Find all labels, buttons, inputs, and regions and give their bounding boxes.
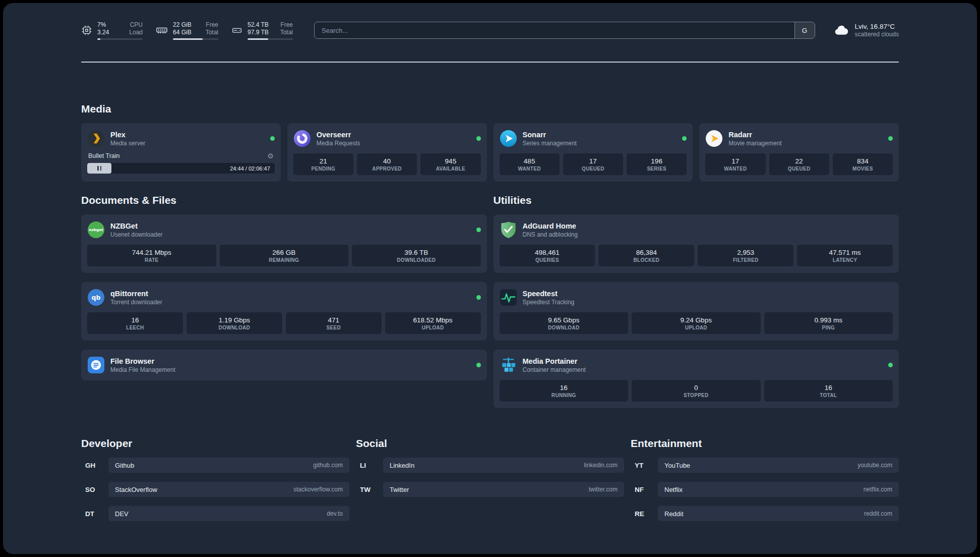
service-desc: Usenet downloader bbox=[110, 231, 162, 238]
svg-text:qb: qb bbox=[91, 294, 100, 301]
weather-widget: Lviv, 16.87°C scattered clouds bbox=[833, 22, 899, 38]
bookmark-abbr: SO bbox=[81, 486, 108, 493]
gear-icon[interactable]: ⚙ bbox=[267, 152, 274, 159]
bookmark-abbr: TW bbox=[356, 486, 383, 493]
cpu-load-label: Load bbox=[129, 29, 143, 36]
bookmark-row: YT YouTube youtube.com bbox=[631, 458, 899, 473]
search-provider-button[interactable]: G bbox=[794, 22, 815, 38]
playback-progress-bar[interactable]: 24:44 / 02:06:47 bbox=[87, 163, 275, 174]
status-dot bbox=[476, 228, 481, 232]
stat-box: 40 APPROVED bbox=[357, 153, 417, 175]
service-name: AdGuard Home bbox=[523, 222, 578, 230]
section-documents: Documents & Files nzbget bbox=[81, 194, 487, 380]
stat-box: 834 MOVIES bbox=[833, 153, 893, 175]
status-dot bbox=[682, 136, 687, 141]
bookmark-link-github[interactable]: Github github.com bbox=[108, 458, 349, 473]
search-bar: G bbox=[314, 22, 815, 39]
bookmark-link-netflix[interactable]: Netflix netflix.com bbox=[658, 482, 899, 497]
weather-condition: scattered clouds bbox=[855, 31, 899, 38]
service-name: Overseerr bbox=[317, 131, 360, 139]
status-dot bbox=[476, 295, 481, 300]
memory-widget: 22 GiB 64 GiB Free Total bbox=[156, 21, 218, 40]
memory-total-label: Total bbox=[206, 29, 218, 36]
stat-box: 17 WANTED bbox=[705, 153, 765, 175]
weather-location: Lviv, 16.87°C bbox=[855, 23, 899, 30]
stat-box: 744.21 Mbps RATE bbox=[87, 245, 216, 266]
service-desc: Media Requests bbox=[317, 140, 360, 147]
bookmark-abbr: YT bbox=[631, 462, 658, 469]
cpu-widget: 7% 3.24 CPU Load bbox=[81, 21, 143, 40]
service-name: Radarr bbox=[728, 131, 781, 139]
bookmark-abbr: NF bbox=[631, 486, 658, 493]
service-card-radarr[interactable]: Radarr Movie management 17 WANTED 22 QUE… bbox=[699, 123, 899, 182]
bookmark-row: NF Netflix netflix.com bbox=[631, 482, 899, 497]
service-card-speedtest[interactable]: Speedtest Speedtest Tracking 9.65 Gbps D… bbox=[494, 282, 899, 341]
status-dot bbox=[888, 136, 893, 141]
stat-box: 21 PENDING bbox=[293, 153, 353, 175]
service-desc: Speedtest Tracking bbox=[523, 299, 575, 306]
plex-icon bbox=[87, 130, 105, 147]
service-card-plex[interactable]: Plex Media server Bullet Train ⚙ 24:44 /… bbox=[81, 123, 281, 182]
memory-free-value: 22 GiB bbox=[173, 21, 192, 29]
portainer-icon bbox=[500, 356, 517, 374]
stat-box: 2,953 FILTERED bbox=[698, 245, 793, 266]
memory-free-label: Free bbox=[206, 21, 218, 29]
cpu-icon bbox=[81, 25, 92, 36]
bookmark-group-social: Social LI LinkedIn linkedin.com TW Twitt… bbox=[356, 437, 624, 497]
stat-box: 1.19 Gbps DOWNLOAD bbox=[187, 312, 282, 334]
bookmark-row: RE Reddit reddit.com bbox=[631, 506, 899, 521]
stat-box: 16 LEECH bbox=[87, 312, 183, 334]
stat-box: 498,461 QUERIES bbox=[500, 245, 595, 266]
service-card-adguard[interactable]: AdGuard Home DNS and adblocking 498,461 … bbox=[494, 214, 899, 273]
search-input[interactable] bbox=[315, 22, 794, 38]
service-name: Plex bbox=[110, 131, 145, 139]
stat-box: 485 WANTED bbox=[500, 153, 560, 175]
status-dot bbox=[270, 136, 275, 141]
disk-widget: 52.4 TB 97.9 TB Free Total bbox=[231, 21, 293, 40]
service-desc: Media File Management bbox=[110, 366, 175, 373]
bookmark-link-dev[interactable]: DEV dev.to bbox=[108, 506, 349, 521]
disk-usage-bar bbox=[248, 38, 293, 40]
service-card-portainer[interactable]: Media Portainer Container management 16 … bbox=[494, 350, 899, 408]
service-card-sonarr[interactable]: Sonarr Series management 485 WANTED 17 Q… bbox=[494, 123, 693, 182]
bookmark-link-linkedin[interactable]: LinkedIn linkedin.com bbox=[383, 458, 624, 473]
bookmark-abbr: RE bbox=[631, 510, 658, 518]
bookmark-row: SO StackOverflow stackoverflow.com bbox=[81, 482, 349, 497]
header-divider bbox=[81, 62, 899, 63]
cpu-usage-bar bbox=[97, 38, 143, 40]
service-card-nzbget[interactable]: nzbget NZBGet Usenet downloader 74 bbox=[81, 214, 487, 273]
top-bar: 7% 3.24 CPU Load bbox=[81, 20, 899, 40]
service-name: Media Portainer bbox=[523, 357, 586, 365]
memory-total-value: 64 GiB bbox=[173, 29, 192, 36]
service-desc: Series management bbox=[523, 140, 577, 147]
bookmark-group-developer: Developer GH Github github.com SO StackO… bbox=[81, 437, 349, 521]
stat-box: 0.993 ms PING bbox=[764, 312, 893, 334]
stat-box: 618.52 Mbps UPLOAD bbox=[385, 312, 481, 334]
cpu-usage-label: CPU bbox=[129, 21, 143, 29]
stat-box: 22 QUEUED bbox=[769, 153, 829, 175]
bookmark-group-title: Developer bbox=[81, 437, 349, 450]
service-card-overseerr[interactable]: Overseerr Media Requests 21 PENDING 40 A… bbox=[287, 123, 487, 182]
bookmark-link-stackoverflow[interactable]: StackOverflow stackoverflow.com bbox=[108, 482, 349, 497]
cpu-usage-value: 7% bbox=[97, 21, 109, 29]
bookmark-link-youtube[interactable]: YouTube youtube.com bbox=[658, 458, 899, 473]
disk-free-label: Free bbox=[280, 21, 293, 29]
service-name: File Browser bbox=[110, 357, 175, 365]
bookmark-row: GH Github github.com bbox=[81, 458, 349, 473]
stat-box: 9.24 Gbps UPLOAD bbox=[632, 312, 761, 334]
filebrowser-icon bbox=[87, 356, 105, 374]
cloud-icon bbox=[833, 22, 849, 38]
bookmark-group-title: Entertainment bbox=[631, 437, 899, 450]
service-card-filebrowser[interactable]: File Browser Media File Management bbox=[81, 350, 487, 380]
stat-box: 39.6 TB DOWNLOADED bbox=[352, 245, 481, 266]
service-card-qbittorrent[interactable]: qb qBittorrent Torrent downloader bbox=[81, 282, 487, 341]
pause-button[interactable] bbox=[87, 163, 111, 174]
service-name: Speedtest bbox=[523, 290, 575, 298]
bookmark-link-reddit[interactable]: Reddit reddit.com bbox=[658, 506, 899, 521]
bookmark-link-twitter[interactable]: Twitter twitter.com bbox=[383, 482, 624, 497]
dashboard-content: 7% 3.24 CPU Load bbox=[81, 3, 899, 541]
stat-box: 266 GB REMAINING bbox=[220, 245, 349, 266]
disk-free-value: 52.4 TB bbox=[248, 21, 269, 29]
overseerr-icon bbox=[293, 130, 311, 147]
svg-text:nzbget: nzbget bbox=[89, 228, 103, 232]
